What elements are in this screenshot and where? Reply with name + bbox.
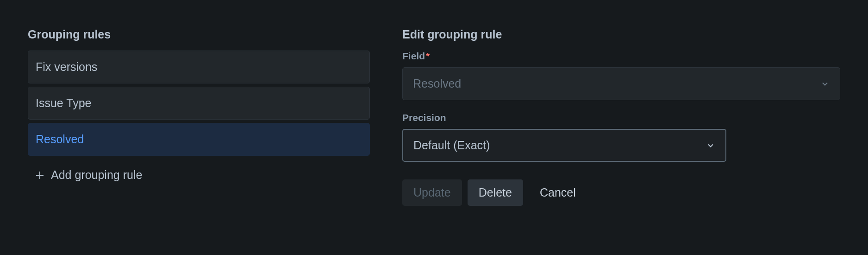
rule-item-label: Issue Type [36, 96, 91, 109]
rule-item[interactable]: Issue Type [28, 87, 370, 120]
precision-label: Precision [402, 112, 840, 123]
chevron-down-icon [706, 141, 715, 150]
field-select-value: Resolved [413, 77, 461, 90]
delete-button[interactable]: Delete [468, 179, 523, 206]
grouping-rules-title: Grouping rules [28, 28, 370, 41]
edit-rule-panel: Edit grouping rule Field* Resolved Preci… [402, 28, 840, 206]
button-row: Update Delete Cancel [402, 179, 840, 206]
chevron-down-icon [820, 79, 830, 89]
update-button[interactable]: Update [402, 179, 462, 206]
field-label-text: Field [402, 51, 425, 61]
edit-rule-title: Edit grouping rule [402, 28, 840, 41]
rule-item[interactable]: Fix versions [28, 51, 370, 83]
rule-list: Fix versions Issue Type Resolved [28, 51, 370, 156]
precision-select[interactable]: Default (Exact) [402, 129, 726, 162]
precision-select-value: Default (Exact) [413, 139, 490, 152]
add-rule-label: Add grouping rule [51, 168, 142, 182]
rule-item-label: Resolved [36, 133, 84, 146]
grouping-rules-panel: Grouping rules Fix versions Issue Type R… [28, 28, 370, 206]
rule-item-selected[interactable]: Resolved [28, 123, 370, 156]
cancel-button[interactable]: Cancel [529, 179, 587, 206]
rule-item-label: Fix versions [36, 60, 97, 73]
plus-icon [34, 170, 45, 181]
field-label: Field* [402, 51, 840, 62]
field-select[interactable]: Resolved [402, 67, 840, 100]
required-asterisk: * [426, 51, 430, 61]
add-grouping-rule-button[interactable]: Add grouping rule [28, 159, 370, 191]
